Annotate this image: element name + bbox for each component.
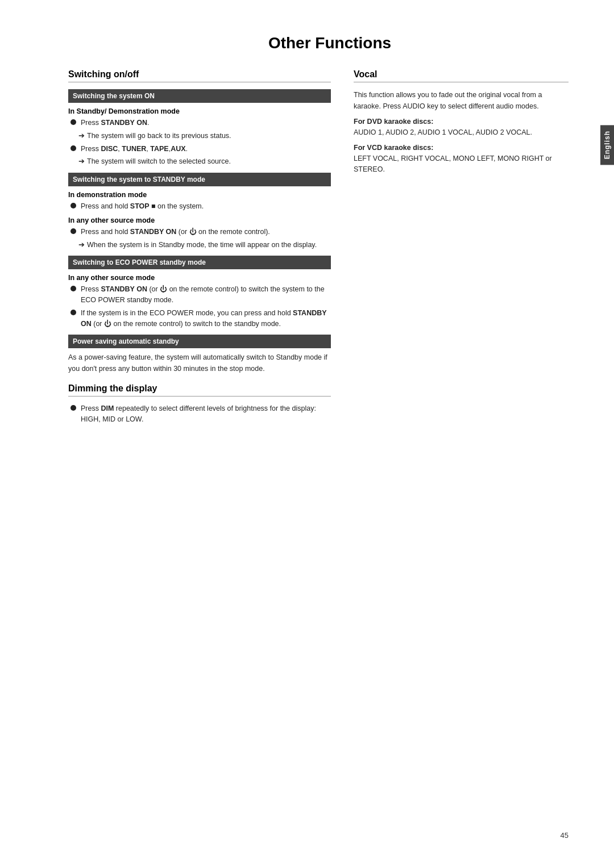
any-other-heading-1: In any other source mode [68, 216, 331, 224]
bullet-dot [70, 119, 76, 125]
power-saving-text: As a power-saving feature, the system wi… [68, 352, 331, 374]
bullet-standby-on-hold-text: Press and hold STANDBY ON (or ⏻ on the r… [81, 227, 270, 237]
bullet-dim: Press DIM repeatedly to select different… [68, 403, 331, 425]
vcd-label: For VCD karaoke discs: [354, 144, 569, 152]
dvd-label: For DVD karaoke discs: [354, 118, 569, 126]
vocal-intro-text: This function allows you to fade out the… [354, 89, 569, 112]
bullet-disc-tuner-text: Press DISC, TUNER, TAPE,AUX. [81, 144, 188, 155]
bullet-stop-text: Press and hold STOP ■ on the system. [81, 201, 204, 212]
arrow-symbol: ➔ [78, 131, 85, 141]
disc-bold: DISC [101, 145, 118, 153]
banner-power-saving: Power saving automatic standby [68, 335, 331, 348]
content-area: Switching on/off Switching the system ON… [68, 69, 569, 427]
tape-bold: TAPE [150, 145, 168, 153]
dimming-section: Dimming the display Press DIM repeatedly… [68, 383, 331, 425]
arrow-standby-display-text: When the system is in Standby mode, the … [87, 240, 317, 251]
bullet-dot [70, 405, 76, 411]
page-number: 45 [561, 831, 569, 840]
dimming-section-title: Dimming the display [68, 383, 331, 397]
arrow-previous-status-text: The system will go back to its previous … [87, 131, 231, 141]
standby-on-bold: STANDBY ON [101, 119, 147, 127]
switching-section-title: Switching on/off [68, 69, 331, 82]
stop-bold: STOP ■ [130, 202, 156, 210]
bullet-dim-text: Press DIM repeatedly to select different… [81, 403, 331, 425]
banner-standby-mode: Switching the system to STANDBY mode [68, 173, 331, 186]
dvd-value: AUDIO 1, AUDIO 2, AUDIO 1 VOCAL, AUDIO 2… [354, 127, 569, 138]
bullet-standby-on-text: Press STANDBY ON. [81, 118, 149, 128]
bullet-eco-hold: If the system is in the ECO POWER mode, … [68, 308, 331, 329]
vocal-section-title: Vocal [354, 69, 569, 82]
demo-mode-heading: In demonstration mode [68, 191, 331, 199]
left-column: Switching on/off Switching the system ON… [68, 69, 331, 427]
bullet-standby-on: Press STANDBY ON. [68, 118, 331, 128]
bullet-eco-hold-text: If the system is in the ECO POWER mode, … [81, 308, 331, 329]
vcd-value: LEFT VOCAL, RIGHT VOCAL, MONO LEFT, MONO… [354, 153, 569, 175]
banner-switching-on: Switching the system ON [68, 89, 331, 103]
bullet-dot [70, 228, 76, 234]
page: Other Functions English Switching on/off… [0, 0, 614, 868]
bullet-eco-press: Press STANDBY ON (or ⏻ on the remote con… [68, 284, 331, 306]
dim-bold: DIM [101, 404, 114, 412]
arrow-symbol-3: ➔ [78, 240, 85, 251]
standby-on-hold-bold: STANDBY ON [130, 228, 177, 236]
arrow-symbol-2: ➔ [78, 156, 85, 167]
standby-on-eco-bold: STANDBY ON [101, 285, 147, 293]
banner-eco-power: Switching to ECO POWER standby mode [68, 256, 331, 269]
bullet-dot [70, 145, 76, 151]
arrow-selected-source: ➔ The system will switch to the selected… [78, 156, 331, 167]
any-other-heading-2: In any other source mode [68, 274, 331, 282]
aux-bold: AUX [171, 145, 185, 153]
bullet-dot [70, 310, 76, 315]
bullet-stop: Press and hold STOP ■ on the system. [68, 201, 331, 212]
bullet-disc-tuner: Press DISC, TUNER, TAPE,AUX. [68, 144, 331, 155]
arrow-selected-source-text: The system will switch to the selected s… [87, 156, 231, 167]
bullet-dot [70, 286, 76, 291]
bullet-dot [70, 203, 76, 208]
standby-on-eco-hold-bold: STANDBY ON [81, 309, 326, 328]
right-column: Vocal This function allows you to fade o… [354, 69, 569, 427]
tuner-bold: TUNER [122, 145, 146, 153]
arrow-standby-display: ➔ When the system is in Standby mode, th… [78, 240, 331, 251]
standby-demo-heading: In Standby/ Demonstration mode [68, 107, 331, 115]
bullet-standby-on-hold: Press and hold STANDBY ON (or ⏻ on the r… [68, 227, 331, 237]
bullet-eco-press-text: Press STANDBY ON (or ⏻ on the remote con… [81, 284, 331, 306]
english-tab: English [600, 125, 614, 165]
arrow-previous-status: ➔ The system will go back to its previou… [78, 131, 331, 141]
page-title: Other Functions [68, 34, 591, 52]
